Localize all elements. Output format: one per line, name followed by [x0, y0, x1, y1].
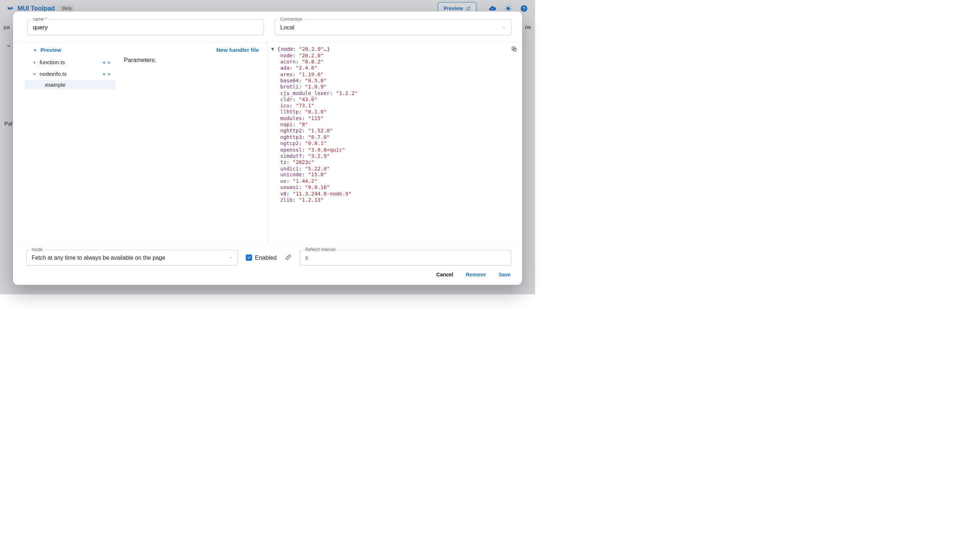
- run-preview-label: Preview: [40, 47, 61, 53]
- json-entry: uvwasi: "0.0.16": [271, 184, 515, 190]
- json-entry: cjs_module_lexer: "1.2.2": [271, 90, 515, 96]
- refetch-suffix: s: [305, 254, 308, 261]
- json-entry: nghttp3: "0.7.0": [271, 134, 515, 140]
- json-entry: tz: "2023c": [271, 159, 515, 166]
- tree-function[interactable]: example: [25, 80, 115, 89]
- connection-value: Local: [280, 24, 294, 31]
- json-entry: cldr: "43.0": [271, 96, 515, 103]
- tree-file-name: function.ts: [40, 59, 65, 65]
- code-tag-icon: < >: [103, 60, 111, 65]
- json-entry: simdutf: "3.2.9": [271, 153, 515, 159]
- mode-value: Fetch at any time to always be available…: [32, 254, 165, 261]
- json-entry: ares: "1.19.0": [271, 71, 515, 77]
- query-editor-dialog: name * Connection Local Preview New han: [13, 11, 522, 285]
- name-input[interactable]: [33, 24, 258, 31]
- binding-icon[interactable]: [285, 254, 292, 262]
- tree-file[interactable]: nodeinfo.ts< >: [25, 68, 115, 80]
- json-entry: undici: "5.22.0": [271, 166, 515, 172]
- play-icon: [33, 48, 37, 52]
- refetch-interval-field[interactable]: Refetch interval s: [300, 250, 511, 266]
- mode-label: mode: [30, 247, 44, 252]
- json-entry: zlib: "1.2.13": [271, 197, 515, 203]
- json-entry: acorn: "8.8.2": [271, 59, 515, 65]
- handler-file-tree: function.ts< >nodeinfo.ts< >example: [25, 57, 115, 240]
- connection-field[interactable]: Connection Local: [275, 19, 511, 35]
- new-handler-button[interactable]: New handler file: [216, 47, 259, 53]
- chevron-icon: [32, 72, 37, 76]
- result-json-viewer: ▼ {node: "20.2.0"…}node: "20.2.0"acorn: …: [267, 42, 522, 244]
- json-entry: node: "20.2.0": [271, 53, 515, 59]
- json-entry: openssl: "3.0.8+quic": [271, 147, 515, 153]
- mode-field[interactable]: mode Fetch at any time to always be avai…: [26, 250, 238, 266]
- cancel-button[interactable]: Cancel: [436, 270, 454, 280]
- json-entry: icu: "73.1": [271, 103, 515, 109]
- name-field[interactable]: name *: [27, 19, 264, 35]
- chevron-icon: [32, 61, 37, 65]
- enabled-checkbox[interactable]: Enabled: [246, 254, 277, 261]
- name-field-label: name *: [31, 17, 48, 22]
- json-entry: llhttp: "8.1.0": [271, 109, 515, 115]
- json-entry: base64: "0.5.0": [271, 78, 515, 84]
- json-entry: ada: "2.4.0": [271, 65, 515, 71]
- json-entry: ngtcp2: "0.8.1": [271, 140, 515, 147]
- code-tag-icon: < >: [103, 72, 111, 77]
- dropdown-arrow-icon: [502, 24, 506, 31]
- parameters-heading: Parameters:: [124, 57, 261, 64]
- checkbox-checked-icon: [246, 255, 252, 261]
- tree-file[interactable]: function.ts< >: [25, 57, 115, 69]
- json-entry: unicode: "15.0": [271, 172, 515, 178]
- json-entry: modules: "115": [271, 115, 515, 121]
- save-button[interactable]: Save: [498, 270, 511, 280]
- enabled-label: Enabled: [255, 254, 277, 261]
- json-entry: napi: "8": [271, 121, 515, 128]
- remove-button[interactable]: Remove: [465, 270, 487, 280]
- dropdown-arrow-icon: [229, 254, 232, 261]
- connection-field-label: Connection: [279, 17, 304, 22]
- json-entry: uv: "1.44.2": [271, 178, 515, 184]
- copy-result-button[interactable]: [511, 46, 517, 54]
- run-preview-button[interactable]: Preview: [33, 47, 62, 53]
- json-entry: v8: "11.3.244.8-node.9": [271, 191, 515, 197]
- refetch-label: Refetch interval: [304, 247, 337, 252]
- json-entry: brotli: "1.0.9": [271, 84, 515, 90]
- json-entry: nghttp2: "1.52.0": [271, 128, 515, 134]
- tree-file-name: nodeinfo.ts: [40, 71, 67, 77]
